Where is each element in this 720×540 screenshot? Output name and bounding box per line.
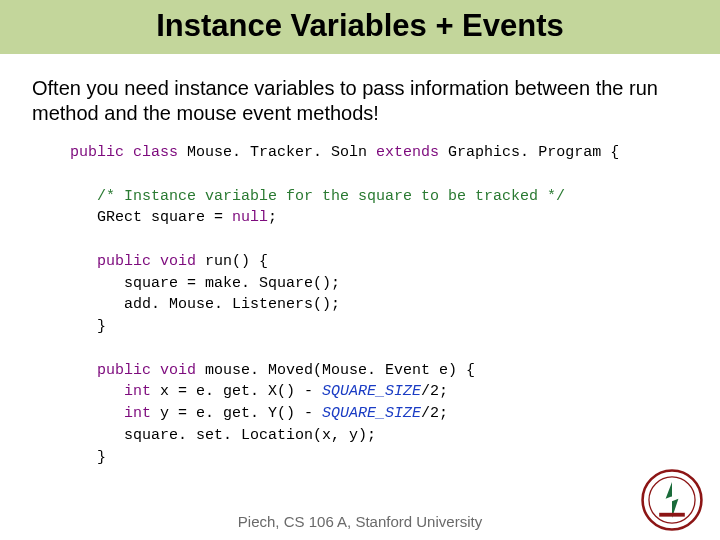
code-text: mouse. Moved(Mouse. Event e) { <box>196 362 475 379</box>
code-kw: void <box>151 362 196 379</box>
code-text: } <box>70 318 106 335</box>
code-text: add. Mouse. Listeners(); <box>70 296 340 313</box>
svg-rect-2 <box>659 513 685 517</box>
code-text: square = make. Square(); <box>70 275 340 292</box>
svg-point-0 <box>643 471 702 530</box>
code-kw: class <box>133 144 178 161</box>
code-kw: int <box>70 383 151 400</box>
code-text: } <box>70 449 106 466</box>
title-bar: Instance Variables + Events <box>0 0 720 54</box>
code-text: Mouse. Tracker. Soln <box>178 144 376 161</box>
body-paragraph: Often you need instance variables to pas… <box>0 54 720 134</box>
code-block: public class Mouse. Tracker. Soln extend… <box>70 142 720 468</box>
code-kw: public <box>70 253 151 270</box>
code-kw: int <box>70 405 151 422</box>
slide-title: Instance Variables + Events <box>0 8 720 44</box>
code-constant: SQUARE_SIZE <box>322 383 421 400</box>
code-kw: null <box>232 209 268 226</box>
code-text: ; <box>268 209 277 226</box>
code-kw: void <box>151 253 196 270</box>
slide-footer: Piech, CS 106 A, Stanford University <box>0 513 720 530</box>
code-constant: SQUARE_SIZE <box>322 405 421 422</box>
code-text: Graphics. Program { <box>439 144 619 161</box>
code-text: square. set. Location(x, y); <box>70 427 376 444</box>
stanford-seal-icon <box>640 468 704 532</box>
code-text: x = e. get. X() - <box>151 383 322 400</box>
code-text: GRect square = <box>70 209 232 226</box>
code-comment: /* Instance variable for the square to b… <box>70 188 565 205</box>
code-text: y = e. get. Y() - <box>151 405 322 422</box>
code-text: /2; <box>421 405 448 422</box>
code-kw: extends <box>376 144 439 161</box>
code-text: /2; <box>421 383 448 400</box>
code-kw: public <box>70 144 124 161</box>
code-kw: public <box>70 362 151 379</box>
code-text: run() { <box>196 253 268 270</box>
